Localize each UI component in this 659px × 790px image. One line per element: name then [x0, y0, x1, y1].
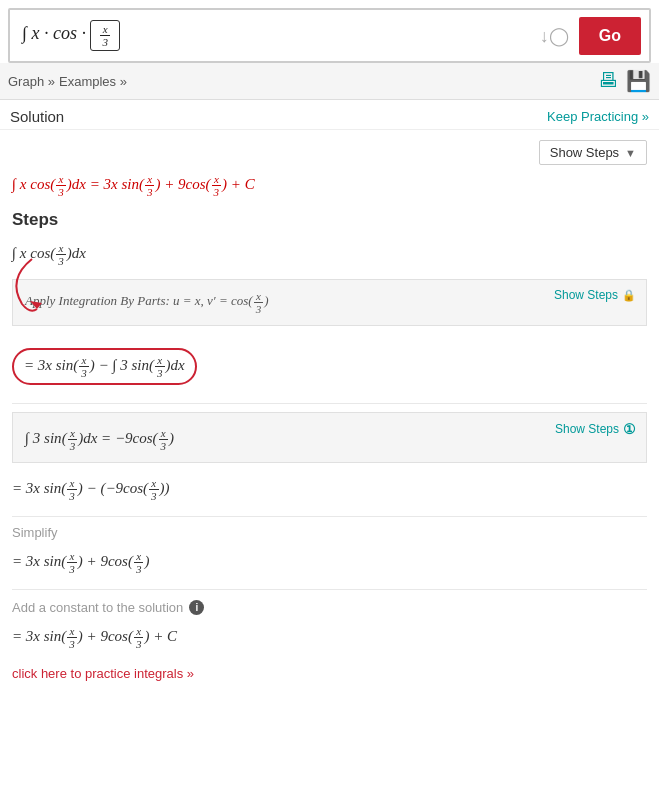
- save-icon[interactable]: 💾: [626, 69, 651, 93]
- examples-link[interactable]: Examples: [59, 74, 127, 89]
- show-steps-button-step1[interactable]: Show Steps 🔒: [554, 288, 636, 302]
- solution-label: Solution: [10, 108, 64, 125]
- nav-icons: 🖶 💾: [598, 69, 651, 93]
- step0-formula: ∫ x cos(x3)dx: [12, 238, 647, 271]
- show-steps-text2: Show Steps: [555, 422, 619, 436]
- circled-result: = 3x sin(x3) − ∫ 3 sin(x3)dx: [12, 342, 197, 391]
- show-steps-button-step2[interactable]: Show Steps ①: [555, 421, 636, 437]
- add-constant-text: Add a constant to the solution: [12, 600, 183, 615]
- practice-link[interactable]: click here to practice integrals »: [12, 666, 647, 681]
- add-constant-label: Add a constant to the solution i: [12, 600, 647, 615]
- input-bar: ∫ x · cos · x 3 ↓◯ Go: [8, 8, 651, 63]
- divider3: [12, 589, 647, 590]
- show-steps-text: Show Steps: [554, 288, 618, 302]
- keep-practicing-link[interactable]: Keep Practicing: [547, 109, 649, 124]
- svg-marker-0: [30, 301, 42, 309]
- solution-header: Solution Keep Practicing: [0, 100, 659, 130]
- info-icon[interactable]: i: [189, 600, 204, 615]
- divider2: [12, 516, 647, 517]
- step2-box-math: ∫ 3 sin(x3)dx = −9cos(x3): [25, 427, 634, 452]
- show-steps-button-top[interactable]: Show Steps ▼: [539, 140, 647, 165]
- solution-content: Show Steps ▼ ∫ x cos(x3)dx = 3x sin(x3) …: [0, 130, 659, 691]
- red-arrow-annotation: [2, 249, 52, 329]
- step2-box: Show Steps ① ∫ 3 sin(x3)dx = −9cos(x3): [12, 412, 647, 463]
- lock-icon: 🔒: [622, 289, 636, 302]
- nav-bar: Graph Examples 🖶 💾: [0, 63, 659, 100]
- step5-formula: = 3x sin(x3) + 9cos(x3) + C: [12, 621, 647, 654]
- step4-formula: = 3x sin(x3) + 9cos(x3): [12, 546, 647, 579]
- go-button[interactable]: Go: [579, 17, 641, 55]
- show-steps-label: Show Steps: [550, 145, 619, 160]
- divider1: [12, 403, 647, 404]
- step1-box: Show Steps 🔒 Apply Integration By Parts:…: [12, 279, 647, 326]
- nav-links: Graph Examples: [8, 74, 127, 89]
- simplify-label: Simplify: [12, 525, 647, 540]
- step3-formula: = 3x sin(x3) − (−9cos(x3)): [12, 473, 647, 506]
- step1-area: Show Steps 🔒 Apply Integration By Parts:…: [12, 279, 647, 397]
- graph-link[interactable]: Graph: [8, 74, 55, 89]
- chevron-down-icon: ▼: [625, 147, 636, 159]
- download-button[interactable]: ↓◯: [530, 17, 579, 55]
- step1-box-label: Apply Integration By Parts: u = x, v′ = …: [25, 290, 634, 315]
- print-icon[interactable]: 🖶: [598, 69, 618, 93]
- plus-icon: ①: [623, 421, 636, 437]
- steps-heading: Steps: [12, 210, 647, 230]
- formula-input[interactable]: ∫ x · cos · x 3: [10, 10, 530, 61]
- result-formula: ∫ x cos(x3)dx = 3x sin(x3) + 9cos(x3) + …: [12, 173, 647, 198]
- show-steps-container: Show Steps ▼: [12, 140, 647, 165]
